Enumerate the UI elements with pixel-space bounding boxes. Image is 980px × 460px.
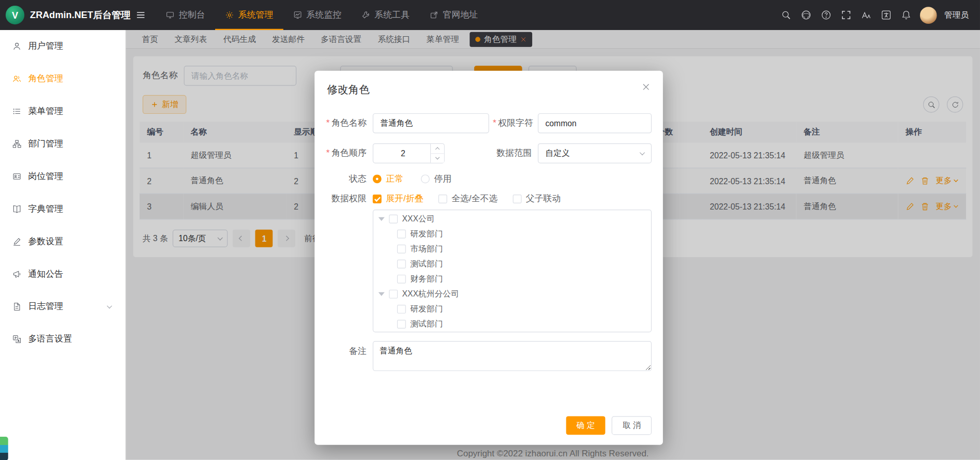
monitor-chart-icon [293, 11, 302, 20]
data-scope-select[interactable]: 自定义 [538, 143, 652, 164]
confirm-button[interactable]: 确 定 [566, 416, 606, 435]
tree-node-dept[interactable]: 市场部门 [373, 242, 651, 257]
console-icon [165, 11, 174, 20]
sidebar-toggle-button[interactable] [135, 10, 145, 20]
parent-child-link-checkbox[interactable]: 父子联动 [512, 194, 561, 205]
tree-node-checkbox[interactable] [397, 245, 406, 254]
sidebar-item-role-management[interactable]: 角色管理 [0, 63, 125, 95]
chevron-up-icon [435, 147, 440, 152]
tree-node-checkbox[interactable] [397, 260, 406, 269]
tree-expand-caret[interactable] [379, 292, 385, 296]
nav-system-management[interactable]: 系统管理 [215, 0, 283, 30]
sidebar: 用户管理 角色管理 菜单管理 部门管理 岗位管理 字典管理 参数设置 通知公告 [0, 30, 126, 460]
external-link-icon [430, 11, 439, 20]
search-icon [781, 10, 791, 20]
nav-label: 系统监控 [307, 9, 342, 21]
status-disabled-radio[interactable]: 停用 [421, 173, 451, 185]
tree-node-checkbox[interactable] [389, 215, 398, 224]
tree-node-branch-company[interactable]: XXX杭州分公司 [373, 287, 651, 302]
help-button[interactable] [820, 9, 832, 21]
github-button[interactable] [800, 9, 812, 21]
role-key-input[interactable] [538, 113, 652, 133]
org-tree-icon [12, 140, 21, 149]
tree-expand-caret[interactable] [379, 217, 385, 221]
tree-node-label: 研发部门 [410, 228, 443, 240]
expand-collapse-checkbox[interactable]: 展开/折叠 [373, 194, 424, 205]
language-icon [881, 10, 891, 20]
list-icon [12, 107, 21, 116]
tree-node-company[interactable]: XXX公司 [373, 212, 651, 227]
sidebar-item-label: 字典管理 [28, 203, 63, 215]
book-icon [12, 204, 21, 213]
role-key-label: *权限字符 [493, 117, 538, 129]
brand: V ZRAdmin.NET后台管理 [0, 6, 126, 24]
sidebar-item-dict-management[interactable]: 字典管理 [0, 192, 125, 225]
sidebar-item-label: 参数设置 [28, 236, 63, 247]
sidebar-item-label: 角色管理 [28, 73, 63, 84]
app-title: ZRAdmin.NET后台管理 [30, 9, 130, 21]
tree-node-dept[interactable]: 研发部门 [373, 302, 651, 317]
tree-node-checkbox[interactable] [397, 275, 406, 284]
sidebar-item-post-management[interactable]: 岗位管理 [0, 160, 125, 193]
stepper-down-button[interactable] [431, 154, 444, 163]
status-label: 状态 [326, 173, 373, 185]
id-badge-icon [12, 172, 21, 181]
tree-node-label: 市场部门 [410, 243, 443, 255]
tree-node-label: 财务部门 [410, 273, 443, 285]
status-normal-radio[interactable]: 正常 [373, 173, 403, 185]
remark-textarea[interactable]: 普通角色 [373, 341, 652, 371]
question-icon [821, 10, 831, 20]
required-star: * [326, 147, 330, 157]
tree-node-dept[interactable]: 财务部门 [373, 272, 651, 287]
permission-tree: XXX公司 研发部门 市场部门 测试部门 财务部门 [373, 210, 652, 332]
username[interactable]: 管理员 [944, 9, 969, 21]
status-disabled-label: 停用 [434, 173, 451, 185]
edit-role-form: *角色名称 *权限字符 *角色顺序 2 数据范围 [314, 97, 663, 371]
cancel-button[interactable]: 取 消 [612, 416, 652, 435]
role-order-stepper[interactable]: 2 [373, 143, 445, 164]
select-all-checkbox[interactable]: 全选/全不选 [439, 194, 498, 205]
gear-icon [225, 11, 234, 20]
radio-selected-icon [373, 174, 382, 183]
sidebar-item-notice[interactable]: 通知公告 [0, 258, 125, 290]
tree-node-checkbox[interactable] [397, 320, 406, 329]
sidebar-item-log-management[interactable]: 日志管理 [0, 290, 125, 323]
tree-node-checkbox[interactable] [397, 305, 406, 314]
font-size-button[interactable] [860, 9, 872, 21]
nav-label: 系统工具 [374, 9, 410, 21]
tree-node-checkbox[interactable] [389, 290, 398, 299]
tree-node-dept[interactable]: 测试部门 [373, 317, 651, 332]
required-star: * [326, 117, 330, 127]
status-radio-group: 正常 停用 [373, 173, 451, 185]
stepper-up-button[interactable] [431, 144, 444, 154]
data-scope-label: 数据范围 [493, 147, 538, 159]
user-avatar[interactable] [920, 7, 937, 24]
header-search-button[interactable] [780, 9, 792, 21]
tree-node-dept[interactable]: 研发部门 [373, 227, 651, 242]
github-icon [801, 10, 811, 20]
tree-node-checkbox[interactable] [397, 230, 406, 239]
nav-system-tools[interactable]: 系统工具 [352, 0, 420, 30]
dialog-footer: 确 定 取 消 [566, 416, 652, 435]
notifications-button[interactable] [900, 9, 912, 21]
fullscreen-button[interactable] [840, 9, 852, 21]
nav-website-link[interactable]: 官网地址 [419, 0, 488, 30]
sidebar-item-label: 通知公告 [28, 269, 63, 280]
chevron-down-icon [640, 150, 645, 155]
sidebar-item-menu-management[interactable]: 菜单管理 [0, 95, 125, 128]
sidebar-item-user-management[interactable]: 用户管理 [0, 30, 125, 63]
language-button[interactable] [880, 9, 892, 21]
role-name-input[interactable] [373, 113, 489, 133]
sidebar-item-dept-management[interactable]: 部门管理 [0, 128, 125, 160]
corner-widget[interactable] [0, 437, 8, 460]
sidebar-item-param-settings[interactable]: 参数设置 [0, 225, 125, 258]
hamburger-icon [135, 10, 145, 20]
tree-node-dept[interactable]: 测试部门 [373, 257, 651, 272]
close-dialog-icon[interactable] [642, 83, 651, 92]
megaphone-icon [12, 270, 21, 278]
nav-system-monitor[interactable]: 系统监控 [283, 0, 352, 30]
sidebar-item-label: 多语言设置 [28, 334, 72, 345]
nav-console[interactable]: 控制台 [156, 0, 215, 30]
sidebar-item-i18n-settings[interactable]: 多语言设置 [0, 323, 125, 355]
role-order-value: 2 [401, 149, 405, 158]
